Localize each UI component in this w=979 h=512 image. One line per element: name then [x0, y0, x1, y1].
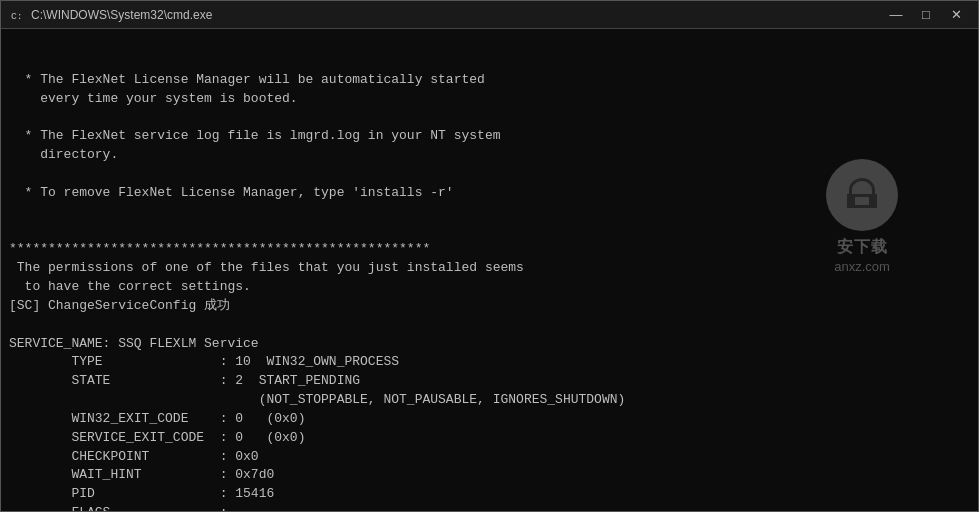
console-line: (NOT_STOPPABLE, NOT_PAUSABLE, IGNORES_SH…: [9, 391, 970, 410]
console-line: The permissions of one of the files that…: [9, 259, 970, 278]
console-line: TYPE : 10 WIN32_OWN_PROCESS: [9, 353, 970, 372]
cmd-window: C: C:\WINDOWS\System32\cmd.exe — □ ✕ * T…: [0, 0, 979, 512]
console-line: [SC] ChangeServiceConfig 成功: [9, 297, 970, 316]
console-line: SERVICE_NAME: SSQ FLEXLM Service: [9, 335, 970, 354]
minimize-button[interactable]: —: [882, 4, 910, 26]
title-bar: C: C:\WINDOWS\System32\cmd.exe — □ ✕: [1, 1, 978, 29]
console-line: [9, 221, 970, 240]
console-line: * The FlexNet service log file is lmgrd.…: [9, 127, 970, 146]
console-line: STATE : 2 START_PENDING: [9, 372, 970, 391]
console-line: ****************************************…: [9, 240, 970, 259]
console-line: * The FlexNet License Manager will be au…: [9, 71, 970, 90]
close-button[interactable]: ✕: [942, 4, 970, 26]
console-line: SERVICE_EXIT_CODE : 0 (0x0): [9, 429, 970, 448]
console-line: PID : 15416: [9, 485, 970, 504]
console-line: every time your system is booted.: [9, 90, 970, 109]
console-output: * The FlexNet License Manager will be au…: [1, 29, 978, 511]
console-lines: * The FlexNet License Manager will be au…: [9, 71, 970, 511]
console-line: directory.: [9, 146, 970, 165]
console-line: [9, 203, 970, 222]
console-line: [9, 108, 970, 127]
maximize-button[interactable]: □: [912, 4, 940, 26]
console-line: to have the correct settings.: [9, 278, 970, 297]
cmd-icon: C:: [9, 7, 25, 23]
console-line: FLAGS :: [9, 504, 970, 511]
console-line: [9, 165, 970, 184]
title-bar-controls: — □ ✕: [882, 4, 970, 26]
title-bar-left: C: C:\WINDOWS\System32\cmd.exe: [9, 7, 212, 23]
console-line: [9, 316, 970, 335]
window-title: C:\WINDOWS\System32\cmd.exe: [31, 8, 212, 22]
console-line: WAIT_HINT : 0x7d0: [9, 466, 970, 485]
svg-text:C:: C:: [11, 11, 23, 22]
console-line: * To remove FlexNet License Manager, typ…: [9, 184, 970, 203]
console-line: CHECKPOINT : 0x0: [9, 448, 970, 467]
console-line: WIN32_EXIT_CODE : 0 (0x0): [9, 410, 970, 429]
